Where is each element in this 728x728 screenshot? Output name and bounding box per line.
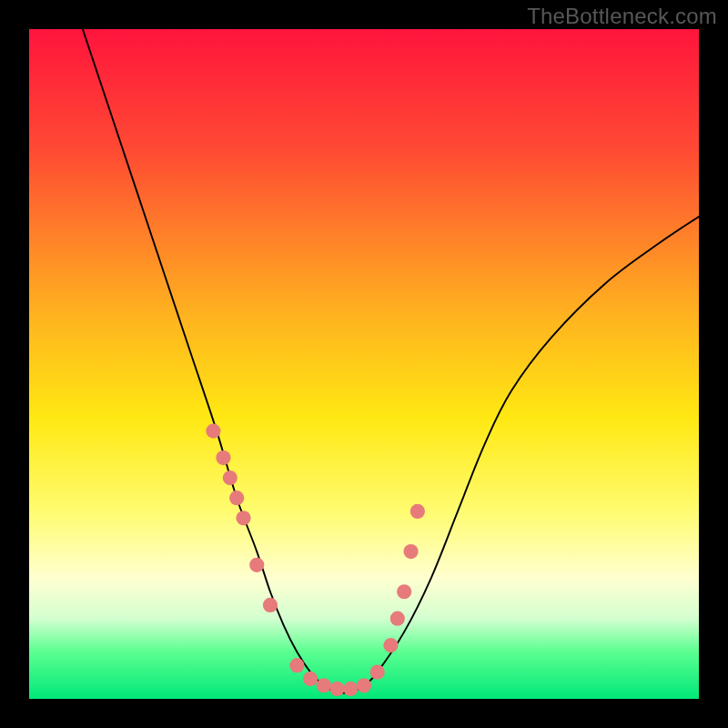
marker-dot <box>289 658 304 672</box>
marker-dot <box>263 598 278 612</box>
marker-dot <box>216 450 230 465</box>
marker-dot <box>410 504 425 519</box>
plot-area <box>29 29 699 699</box>
marker-dot <box>329 682 344 696</box>
marker-dot <box>229 490 244 505</box>
marker-dot <box>249 558 264 572</box>
marker-dot <box>390 612 405 626</box>
marker-dot <box>303 672 318 686</box>
marker-dot <box>357 678 371 693</box>
bottleneck-curve <box>83 29 699 693</box>
marker-dot <box>397 584 411 599</box>
marker-dot <box>206 424 220 439</box>
marker-dot <box>383 638 398 652</box>
marker-dot <box>403 544 418 559</box>
marker-dot <box>343 682 358 696</box>
marker-dot <box>370 664 385 679</box>
marker-dot <box>236 511 250 525</box>
chart-frame: TheBottleneck.com <box>0 0 728 728</box>
curve-svg <box>29 29 699 699</box>
marker-dot <box>317 678 331 693</box>
highlight-markers <box>206 424 425 697</box>
marker-dot <box>223 470 238 485</box>
watermark-text: TheBottleneck.com <box>527 4 717 29</box>
